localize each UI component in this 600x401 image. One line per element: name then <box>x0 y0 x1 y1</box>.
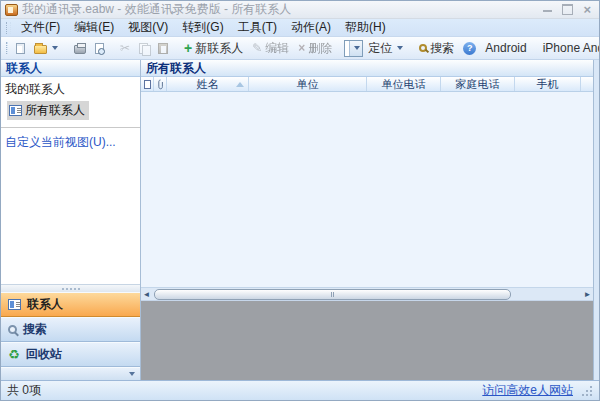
combobox-dropdown-button[interactable] <box>349 41 362 56</box>
delete-contact-button[interactable]: × 删除 <box>294 38 336 59</box>
horizontal-scrollbar[interactable]: ◄ ► <box>141 287 593 300</box>
search-button[interactable]: 搜索 <box>415 38 458 59</box>
scroll-right-icon[interactable]: ► <box>582 290 593 299</box>
contact-card-icon <box>9 105 22 116</box>
android-button[interactable]: Android <box>481 39 530 57</box>
delete-x-icon: × <box>298 41 305 55</box>
edit-label: 编辑 <box>265 40 289 57</box>
print-preview-button[interactable] <box>91 41 108 56</box>
preview-pane <box>141 300 593 380</box>
new-file-button[interactable] <box>12 41 29 56</box>
iphone-ipad-button[interactable]: iPhone And iPad <box>539 39 600 57</box>
tree-item-all-contacts[interactable]: 所有联系人 <box>7 101 89 120</box>
open-folder-icon <box>34 45 47 54</box>
close-button[interactable]: × <box>583 5 591 15</box>
paste-icon <box>158 43 168 54</box>
locate-combobox[interactable] <box>344 40 363 57</box>
iphone-label: iPhone And iPad <box>543 41 600 55</box>
column-name[interactable]: 姓名 <box>167 77 249 91</box>
edit-contact-button[interactable]: ✎ 编辑 <box>248 38 293 59</box>
table-header: 姓名 单位 单位电话 家庭电话 手机 <box>141 77 593 92</box>
menu-help[interactable]: 帮助(H) <box>338 17 393 38</box>
column-home-phone[interactable]: 家庭电话 <box>441 77 515 91</box>
printer-icon <box>74 45 86 54</box>
print-preview-icon <box>95 43 104 54</box>
nav-search-button[interactable]: 搜索 <box>1 317 140 342</box>
menu-actions[interactable]: 动作(A) <box>284 17 338 38</box>
nav-recycle-label: 回收站 <box>26 346 62 363</box>
menu-goto[interactable]: 转到(G) <box>175 17 230 38</box>
chevron-down-icon <box>129 372 135 376</box>
column-attachment[interactable] <box>154 77 167 91</box>
help-button[interactable]: ? <box>459 40 480 57</box>
print-button[interactable] <box>70 41 90 56</box>
scissors-icon: ✂ <box>120 41 130 55</box>
website-link[interactable]: 访问高效e人网站 <box>482 382 573 399</box>
cut-button[interactable]: ✂ <box>116 39 134 57</box>
pencil-icon: ✎ <box>252 41 262 55</box>
tree-item-label: 所有联系人 <box>25 102 85 119</box>
scroll-left-icon[interactable]: ◄ <box>141 290 152 299</box>
contact-tree: 我的联系人 所有联系人 自定义当前视图(U)... <box>1 77 140 284</box>
menu-bar: 文件(F) 编辑(E) 视图(V) 转到(G) 工具(T) 动作(A) 帮助(H… <box>1 19 599 37</box>
column-mobile[interactable]: 手机 <box>515 77 581 91</box>
new-contact-label: 新联系人 <box>195 40 243 57</box>
paste-button[interactable] <box>154 41 172 56</box>
search-label: 搜索 <box>430 40 454 57</box>
window-title: 我的通讯录.eabw - 效能通讯录免费版 - 所有联系人 <box>22 1 291 18</box>
tree-group-my-contacts[interactable]: 我的联系人 <box>1 79 140 100</box>
status-bar: 共 0项 访问高效e人网站 <box>1 380 599 400</box>
paperclip-icon <box>157 79 164 90</box>
search-icon <box>8 325 17 334</box>
nav-configure-strip[interactable] <box>1 367 140 380</box>
menu-edit[interactable]: 编辑(E) <box>67 17 121 38</box>
plus-icon: + <box>184 43 192 53</box>
resize-grip-icon[interactable] <box>581 385 593 397</box>
chevron-down-icon <box>397 46 403 50</box>
locate-label: 定位 <box>368 40 392 57</box>
column-filler <box>581 77 593 91</box>
open-file-button[interactable] <box>30 41 62 56</box>
android-label: Android <box>485 41 526 55</box>
column-item-icon[interactable] <box>141 77 154 91</box>
column-work-phone[interactable]: 单位电话 <box>367 77 441 91</box>
contact-list[interactable] <box>141 92 593 287</box>
new-contact-button[interactable]: + 新联系人 <box>180 38 247 59</box>
help-icon: ? <box>463 42 476 55</box>
new-file-icon <box>16 43 25 54</box>
toolbar-grip <box>6 42 8 54</box>
nav-contacts-label: 联系人 <box>27 296 63 313</box>
menu-file[interactable]: 文件(F) <box>14 17 67 38</box>
sidebar: 联系人 我的联系人 所有联系人 自定义当前视图(U)... 联系人 搜索 ♻ <box>1 60 141 380</box>
sidebar-splitter[interactable] <box>1 284 140 292</box>
copy-button[interactable] <box>135 41 153 56</box>
nav-contacts-button[interactable]: 联系人 <box>1 292 140 317</box>
toolbar: ✂ + 新联系人 ✎ 编辑 × 删除 定位 搜索 ? Andr <box>1 37 599 60</box>
sort-asc-icon <box>236 82 244 87</box>
nav-search-label: 搜索 <box>23 321 47 338</box>
menu-tools[interactable]: 工具(T) <box>231 17 284 38</box>
page-icon <box>144 80 151 89</box>
main-header: 所有联系人 <box>141 60 593 77</box>
tree-separator <box>1 127 140 128</box>
search-icon <box>419 44 427 52</box>
menu-grip <box>6 22 11 34</box>
column-company[interactable]: 单位 <box>249 77 367 91</box>
item-count: 共 0项 <box>7 382 41 399</box>
scrollbar-thumb[interactable] <box>154 289 511 300</box>
app-window: 我的通讯录.eabw - 效能通讯录免费版 - 所有联系人 × 文件(F) 编辑… <box>0 0 600 401</box>
app-icon <box>5 4 18 16</box>
nav-recycle-button[interactable]: ♻ 回收站 <box>1 342 140 367</box>
sidebar-header: 联系人 <box>1 60 140 77</box>
chevron-down-icon <box>52 46 58 50</box>
menu-view[interactable]: 视图(V) <box>121 17 175 38</box>
copy-icon <box>139 43 149 54</box>
minimize-button[interactable] <box>543 7 552 12</box>
scrollbar-track[interactable] <box>152 289 582 300</box>
content-area: 联系人 我的联系人 所有联系人 自定义当前视图(U)... 联系人 搜索 ♻ <box>1 60 599 380</box>
maximize-button[interactable] <box>562 4 573 15</box>
delete-label: 删除 <box>308 40 332 57</box>
locate-button[interactable]: 定位 <box>364 38 407 59</box>
customize-view-link[interactable]: 自定义当前视图(U)... <box>1 132 140 153</box>
main-panel: 所有联系人 姓名 单位 单位电话 家庭电话 手机 ◄ <box>141 60 594 380</box>
